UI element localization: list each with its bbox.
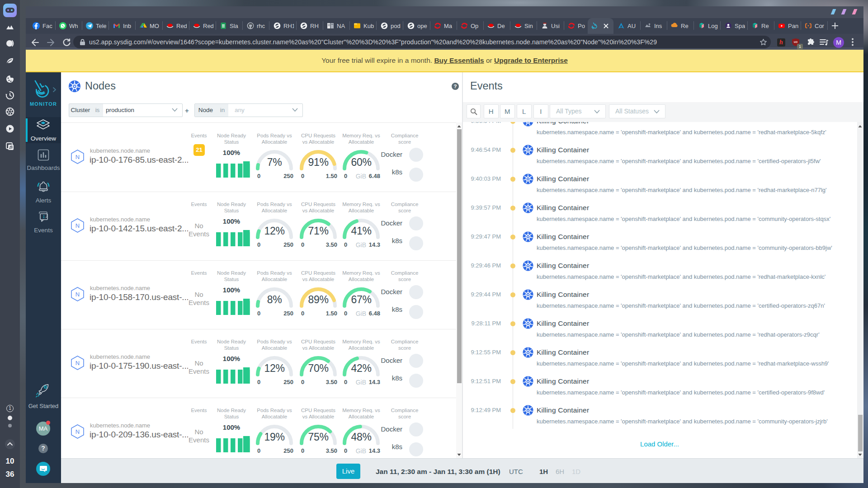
svg-text:N: N — [75, 428, 80, 435]
svg-text:N: N — [75, 291, 80, 298]
svg-text:N: N — [75, 222, 80, 229]
svg-text:N: N — [75, 360, 80, 366]
svg-text:uo: uo — [794, 40, 798, 43]
svg-text:N: N — [75, 154, 80, 160]
